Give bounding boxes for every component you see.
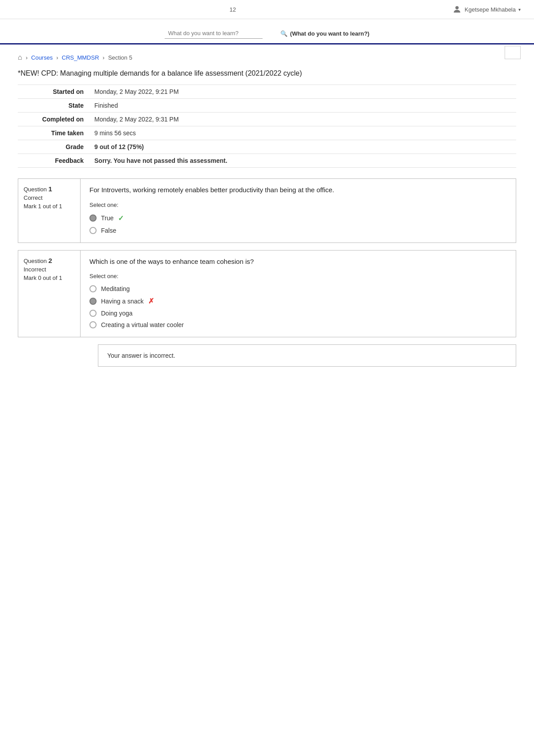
info-table-row: StateFinished (18, 99, 516, 113)
breadcrumb-separator: › (26, 54, 28, 61)
breadcrumb: ⌂ › Courses › CRS_MMDSR › Section 5 (0, 44, 534, 66)
breadcrumb-separator-3: › (103, 54, 105, 61)
question-text: For Introverts, working remotely enables… (89, 185, 507, 195)
top-navigation: 12 Kgetsepe Mkhabela ▾ (0, 0, 534, 19)
info-table-row: Started onMonday, 2 May 2022, 9:21 PM (18, 85, 516, 99)
info-label: Time taken (18, 126, 89, 140)
info-label: Started on (18, 85, 89, 99)
info-label: Completed on (18, 113, 89, 126)
option-label: Doing yoga (101, 310, 133, 317)
incorrect-x-icon: ✗ (148, 297, 154, 305)
user-menu[interactable]: Kgetsepe Mkhabela ▾ (452, 4, 521, 14)
select-one-label: Select one: (89, 273, 507, 279)
search-icon: 🔍 (280, 30, 287, 37)
correct-check-icon: ✓ (118, 214, 124, 222)
answer-feedback-box: Your answer is incorrect. (98, 344, 516, 367)
svg-point-0 (455, 6, 458, 9)
option-label: Creating a virtual water cooler (101, 321, 184, 328)
home-icon[interactable]: ⌂ (18, 53, 22, 61)
question-mark: Mark 1 out of 1 (24, 203, 75, 210)
search-button-label: (What do you want to learn?) (290, 30, 369, 37)
option-label: Meditating (101, 285, 130, 292)
radio-circle[interactable] (89, 321, 97, 328)
option-item: False (89, 225, 507, 236)
breadcrumb-courses[interactable]: Courses (31, 54, 53, 61)
info-value: Finished (89, 99, 516, 113)
radio-circle[interactable] (89, 227, 97, 234)
question-block-2: Question 2IncorrectMark 0 out of 1Which … (18, 250, 516, 338)
info-table-row: FeedbackSorry. You have not passed this … (18, 154, 516, 168)
page-title: *NEW! CPD: Managing multiple demands for… (0, 66, 534, 85)
info-table-row: Completed onMonday, 2 May 2022, 9:31 PM (18, 113, 516, 126)
radio-circle[interactable] (89, 285, 97, 292)
question-mark: Mark 0 out of 1 (24, 275, 75, 281)
radio-circle[interactable] (89, 298, 97, 305)
option-item: Doing yoga (89, 307, 507, 319)
option-label: True (101, 214, 113, 222)
info-label: Feedback (18, 154, 89, 168)
option-label: False (101, 227, 116, 234)
option-item: Having a snack✗ (89, 295, 507, 307)
question-number-label: Question 2 (24, 257, 75, 264)
question-status: Correct (24, 194, 75, 201)
info-table: Started onMonday, 2 May 2022, 9:21 PMSta… (18, 85, 516, 168)
question-content-1: For Introverts, working remotely enables… (81, 179, 516, 243)
breadcrumb-section: Section 5 (108, 54, 132, 61)
info-value: Sorry. You have not passed this assessme… (89, 154, 516, 168)
question-number-label: Question 1 (24, 185, 75, 193)
question-block-1: Question 1CorrectMark 1 out of 1For Intr… (18, 178, 516, 243)
search-input[interactable] (165, 28, 263, 39)
info-table-row: Time taken9 mins 56 secs (18, 126, 516, 140)
breadcrumb-course-code[interactable]: CRS_MMDSR (62, 54, 99, 61)
breadcrumb-separator-2: › (56, 54, 58, 61)
option-item: True✓ (89, 212, 507, 225)
question-text: Which is one of the ways to enhance team… (89, 257, 507, 267)
user-avatar-icon (452, 4, 462, 14)
select-one-label: Select one: (89, 202, 507, 208)
top-right-box (505, 46, 521, 59)
info-value: 9 out of 12 (75%) (89, 140, 516, 154)
options-list: True✓False (89, 212, 507, 236)
option-item: Meditating (89, 283, 507, 295)
radio-circle[interactable] (89, 214, 97, 222)
option-label: Having a snack (101, 298, 144, 305)
chevron-down-icon: ▾ (518, 7, 521, 12)
search-area: 🔍 (What do you want to learn?) (0, 19, 534, 44)
options-list: MeditatingHaving a snack✗Doing yogaCreat… (89, 283, 507, 331)
info-table-row: Grade9 out of 12 (75%) (18, 140, 516, 154)
page-number: 12 (230, 6, 236, 13)
info-label: Grade (18, 140, 89, 154)
search-button[interactable]: 🔍 (What do you want to learn?) (280, 30, 369, 37)
radio-circle[interactable] (89, 310, 97, 317)
info-label: State (18, 99, 89, 113)
info-value: Monday, 2 May 2022, 9:21 PM (89, 85, 516, 99)
info-value: 9 mins 56 secs (89, 126, 516, 140)
info-value: Monday, 2 May 2022, 9:31 PM (89, 113, 516, 126)
question-status: Incorrect (24, 266, 75, 273)
option-item: Creating a virtual water cooler (89, 319, 507, 331)
user-name: Kgetsepe Mkhabela (465, 6, 516, 13)
question-sidebar-2: Question 2IncorrectMark 0 out of 1 (18, 251, 81, 337)
question-sidebar-1: Question 1CorrectMark 1 out of 1 (18, 179, 81, 243)
question-content-2: Which is one of the ways to enhance team… (81, 251, 516, 337)
